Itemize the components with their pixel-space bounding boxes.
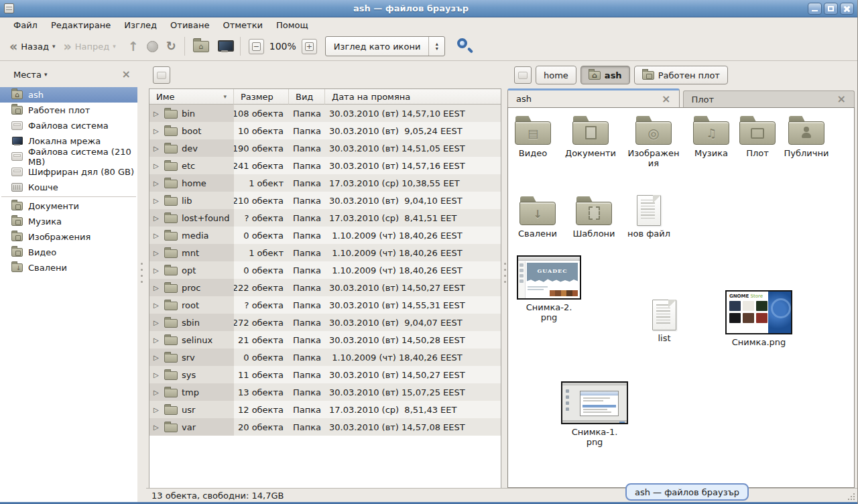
home-button[interactable]: ⌂ [189,38,213,55]
search-button[interactable] [454,36,475,56]
tab-ash[interactable]: ash × [507,88,680,107]
back-button[interactable]: « Назад ▾ [5,38,59,54]
expander-icon[interactable]: ▷ [154,389,160,396]
computer-button[interactable] [213,38,236,55]
expander-icon[interactable]: ▷ [154,284,160,292]
table-row[interactable]: ▷sys11 обектаПапка30.03.2010 (вт) 14,50,… [149,366,501,383]
icon-snimka[interactable]: GNOME StoreСнимка.png [722,290,796,347]
icon-downloads[interactable]: Свалени [510,196,565,239]
column-header-type[interactable]: Вид [289,89,325,105]
sidebar-title[interactable]: Места [13,70,42,80]
icon-documents[interactable]: Документи [562,116,619,158]
sidebar-item-videos[interactable]: Видео [0,245,137,260]
table-row[interactable]: ▷dev190 обектаПапка30.03.2010 (вт) 14,51… [149,139,501,157]
expander-icon[interactable]: ▷ [154,110,160,117]
sidebar-item-pictures[interactable]: Изображения [0,229,137,245]
location-toggle-button[interactable] [153,66,170,84]
menu-item-view[interactable]: Изглед [117,19,164,32]
table-row[interactable]: ▷sbin272 обектаПапка30.03.2010 (вт) 9,04… [149,314,501,331]
forward-button[interactable]: » Напред ▾ [59,38,119,54]
expander-icon[interactable]: ▷ [154,406,160,414]
table-row[interactable]: ▷root? обектаПапка30.03.2010 (вт) 14,55,… [149,296,501,314]
sidebar-item-downloads[interactable]: Свалени [0,260,137,275]
menu-item-edit[interactable]: Редактиране [44,19,117,32]
expander-icon[interactable]: ▷ [154,249,160,257]
expander-icon[interactable]: ▷ [154,336,160,344]
sidebar-item-trash[interactable]: Кошче [0,180,137,195]
icon-templates[interactable]: Шаблони [566,196,621,239]
zoom-in-button[interactable]: + [302,39,317,54]
icon-music[interactable]: Музика [683,116,739,158]
sidebar-item-music[interactable]: Музика [0,214,137,229]
resize-grip[interactable] [847,492,855,500]
table-row[interactable]: ▷tmp13 обектаПапка30.03.2010 (вт) 15,07,… [149,383,501,401]
icon-snimka-1[interactable]: Снимка-1.png [560,381,629,447]
icon-snimka-2[interactable]: GUADECСнимка-2.png [515,255,583,322]
expander-icon[interactable]: ▷ [154,127,160,135]
sidebar-item-encrypted-80gb[interactable]: Шифриран дял (80 GB) [0,164,137,180]
column-header-name[interactable]: Име ▾ [149,89,234,105]
maximize-button[interactable] [824,3,838,15]
sidebar-item-desktop[interactable]: Работен плот [0,103,137,118]
view-mode-select[interactable]: Изглед като икони ▴▾ [325,36,446,56]
icon-list[interactable]: list [636,300,692,343]
back-dropdown-icon[interactable]: ▾ [52,43,56,50]
expander-icon[interactable]: ▷ [154,319,160,326]
pane-splitter[interactable] [137,62,146,502]
pane-splitter[interactable] [503,62,507,488]
menu-item-help[interactable]: Помощ [269,19,315,32]
table-row[interactable]: ▷lost+found? обектаПапка17.03.2010 (ср) … [149,209,501,227]
close-button[interactable] [840,3,854,15]
stop-button[interactable] [143,38,162,55]
table-row[interactable]: ▷bin108 обектаПапка30.03.2010 (вт) 14,57… [149,105,501,122]
column-header-date[interactable]: Дата на промяна [325,89,501,105]
reload-button[interactable]: ↻ [162,38,180,54]
table-row[interactable]: ▷lib210 обектаПапка30.03.2010 (вт) 9,04,… [149,192,501,209]
up-button[interactable]: ↑ [124,38,143,54]
tab-close-button[interactable]: × [837,94,846,104]
tab-plot[interactable]: Плот × [683,90,855,107]
expander-icon[interactable]: ▷ [154,162,160,170]
table-row[interactable]: ▷media0 обектаПапка 1.10.2009 (чт) 18,40… [149,227,501,244]
location-toggle-button[interactable] [514,66,532,84]
zoom-out-button[interactable]: − [249,39,264,54]
expander-icon[interactable]: ▷ [154,371,160,379]
expander-icon[interactable]: ▷ [154,302,160,309]
table-row[interactable]: ▷selinux21 обектаПапка30.03.2010 (вт) 14… [149,331,501,349]
pathbar-button-home[interactable]: home [536,66,576,84]
expander-icon[interactable]: ▷ [154,180,160,187]
table-row[interactable]: ▷proc222 обектаПапка30.03.2010 (вт) 14,5… [149,279,501,296]
table-row[interactable]: ▷home1 обектПапка17.03.2010 (ср) 10,38,5… [149,174,501,192]
pathbar-button-ash[interactable]: ash [580,66,630,84]
table-row[interactable]: ▷opt0 обектаПапка 1.10.2009 (чт) 18,40,2… [149,261,501,279]
icon-public[interactable]: Публични [777,116,836,158]
titlebar[interactable]: ash — файлов браузър [0,0,857,17]
expander-icon[interactable]: ▷ [154,424,160,431]
icon-view[interactable]: ВидеоДокументиИзображенияМузикаПлотПубли… [507,107,855,488]
expander-icon[interactable]: ▷ [154,267,160,274]
table-row[interactable]: ▷boot10 обектаПапка30.03.2010 (вт) 9,05,… [149,122,501,139]
table-row[interactable]: ▷etc241 обектаПапка30.03.2010 (вт) 14,57… [149,157,501,174]
menu-item-go[interactable]: Отиване [164,19,216,32]
icon-new-file[interactable]: нов файл [621,195,676,239]
menu-item-file[interactable]: Файл [7,19,44,32]
expander-icon[interactable]: ▷ [154,354,160,361]
menu-item-bookmarks[interactable]: Отметки [216,19,269,32]
sidebar-item-ash[interactable]: ash [0,87,137,103]
icon-pictures[interactable]: Изображения [624,116,683,168]
sidebar-item-filesystem-210mb[interactable]: Файлова система (210 MB) [0,149,137,164]
sidebar-item-documents[interactable]: Документи [0,198,137,214]
sidebar-item-filesystem[interactable]: Файлова система [0,118,137,133]
icon-video[interactable]: Видео [507,116,558,158]
table-row[interactable]: ▷usr12 обектаПапка17.03.2010 (ср) 8,51,4… [149,401,501,418]
expander-icon[interactable]: ▷ [154,197,160,204]
expander-icon[interactable]: ▷ [154,145,160,152]
sidebar-close-button[interactable]: × [122,70,131,79]
table-row[interactable]: ▷var20 обектаПапка30.03.2010 (вт) 14,57,… [149,418,501,436]
table-row[interactable]: ▷srv0 обектаПапка 1.10.2009 (чт) 18,40,2… [149,349,501,366]
icon-desktop[interactable]: Плот [735,116,780,158]
minimize-button[interactable] [808,3,822,15]
pathbar-button-desktop[interactable]: Работен плот [634,66,728,84]
column-header-size[interactable]: Размер [234,89,289,105]
tab-close-button[interactable]: × [662,94,670,104]
